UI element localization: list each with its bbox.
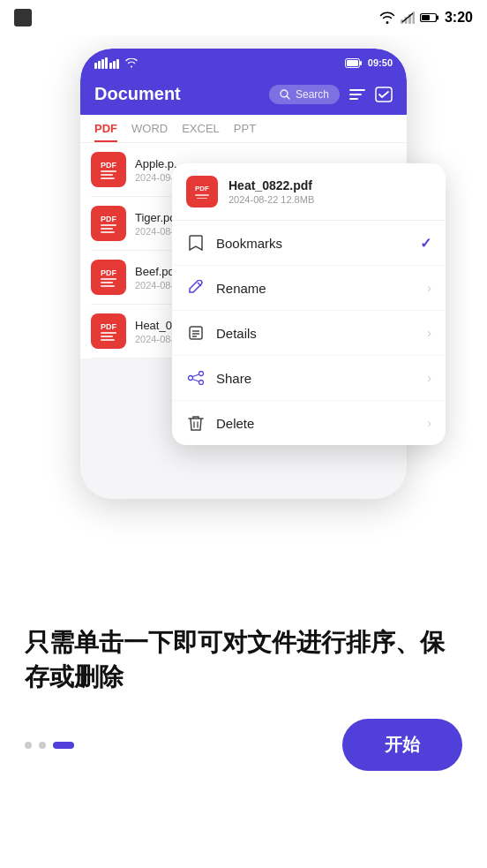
context-menu-rename[interactable]: Rename › [172, 266, 446, 311]
svg-rect-6 [437, 16, 438, 20]
context-item-left-delete: Delete [186, 413, 254, 433]
context-item-left-details: Details [186, 323, 257, 343]
svg-line-32 [193, 374, 199, 377]
bottom-controls: 开始 [25, 719, 462, 771]
app-title: Document [94, 84, 181, 104]
bookmarks-check-icon: ✓ [420, 235, 431, 252]
sort-icon[interactable] [348, 87, 366, 102]
svg-rect-25 [190, 327, 202, 339]
context-file-info: Heat_0822.pdf 2024-08-22 12.8MB [229, 178, 431, 205]
svg-rect-10 [101, 59, 104, 69]
context-menu: PDF Heat_0822.pdf 2024-08-22 12.8MB Book… [172, 163, 446, 445]
phone-signal-icon [94, 57, 119, 69]
tab-word[interactable]: WORD [131, 122, 168, 142]
delete-arrow-icon: › [427, 416, 431, 430]
battery-icon [420, 12, 439, 23]
search-text: Search [296, 88, 329, 101]
svg-rect-17 [347, 60, 358, 66]
phone-battery-icon [345, 58, 363, 68]
tab-excel[interactable]: EXCEL [182, 122, 220, 142]
wifi-icon [379, 11, 395, 24]
pdf-icon-tiger: PDF [91, 206, 126, 241]
tab-bar: PDF WORD EXCEL PPT [80, 115, 407, 143]
search-box[interactable]: Search [269, 85, 340, 104]
main-text: 只需单击一下即可对文件进行排序、保存或删除 [25, 625, 462, 694]
share-arrow-icon: › [427, 371, 431, 385]
svg-line-19 [287, 96, 289, 99]
bookmarks-label: Bookmarks [216, 236, 282, 251]
delete-icon [186, 413, 206, 433]
header-actions: Search [269, 85, 393, 104]
svg-point-31 [189, 376, 193, 381]
svg-rect-8 [94, 63, 97, 69]
dot-1[interactable] [25, 742, 32, 749]
share-icon [186, 368, 206, 388]
context-file-name: Heat_0822.pdf [229, 178, 431, 192]
svg-point-30 [199, 381, 204, 385]
outer-status-bar: 3:20 [0, 0, 487, 35]
status-bar-right: 3:20 [379, 10, 473, 26]
context-menu-bookmarks[interactable]: Bookmarks ✓ [172, 221, 446, 266]
context-menu-details[interactable]: Details › [172, 311, 446, 356]
pdf-icon-heat: PDF [91, 313, 126, 349]
context-menu-share[interactable]: Share › [172, 356, 446, 401]
tab-ppt[interactable]: PPT [234, 122, 256, 142]
start-button[interactable]: 开始 [342, 719, 462, 771]
phone-status-right: 09:50 [345, 57, 393, 68]
dots-container [25, 742, 74, 749]
phone-signal-area [94, 57, 138, 69]
phone-wifi-icon [125, 58, 138, 68]
svg-rect-14 [116, 59, 119, 69]
dot-3-active[interactable] [53, 742, 74, 749]
bookmark-icon [186, 233, 206, 253]
context-item-left-bookmarks: Bookmarks [186, 233, 282, 253]
context-menu-header: PDF Heat_0822.pdf 2024-08-22 12.8MB [172, 163, 446, 221]
delete-label: Delete [216, 416, 254, 431]
svg-line-4 [402, 13, 413, 22]
svg-rect-23 [376, 87, 392, 102]
status-time: 3:20 [445, 10, 473, 26]
rename-arrow-icon: › [427, 281, 431, 295]
details-label: Details [216, 326, 257, 341]
phone-time: 09:50 [368, 57, 393, 68]
context-menu-delete[interactable]: Delete › [172, 401, 446, 445]
svg-rect-12 [109, 63, 112, 69]
svg-point-29 [199, 372, 204, 376]
svg-rect-11 [105, 57, 108, 69]
svg-rect-13 [113, 61, 116, 69]
rename-label: Rename [216, 281, 266, 296]
rename-icon [186, 278, 206, 298]
pdf-icon-beef: PDF [91, 260, 126, 295]
context-pdf-icon: PDF [186, 176, 218, 208]
details-arrow-icon: › [427, 326, 431, 340]
context-item-left-rename: Rename [186, 278, 266, 298]
search-icon [280, 89, 290, 100]
tab-pdf[interactable]: PDF [94, 122, 117, 142]
app-square-icon [14, 9, 32, 26]
pdf-icon-apple: PDF [91, 152, 126, 187]
svg-line-33 [193, 380, 199, 382]
no-signal-icon [401, 11, 415, 24]
svg-rect-7 [422, 15, 430, 20]
svg-rect-9 [98, 61, 101, 69]
bottom-section: 只需单击一下即可对文件进行排序、保存或删除 开始 [0, 625, 487, 771]
context-item-left-share: Share [186, 368, 251, 388]
app-header: Document Search [80, 77, 407, 115]
svg-rect-16 [360, 61, 362, 65]
context-file-meta: 2024-08-22 12.8MB [229, 194, 431, 205]
checklist-icon[interactable] [375, 87, 393, 102]
status-bar-left [14, 9, 32, 26]
dot-2[interactable] [39, 742, 46, 749]
phone-status-bar: 09:50 [80, 49, 407, 77]
share-label: Share [216, 371, 251, 386]
details-icon [186, 323, 206, 343]
